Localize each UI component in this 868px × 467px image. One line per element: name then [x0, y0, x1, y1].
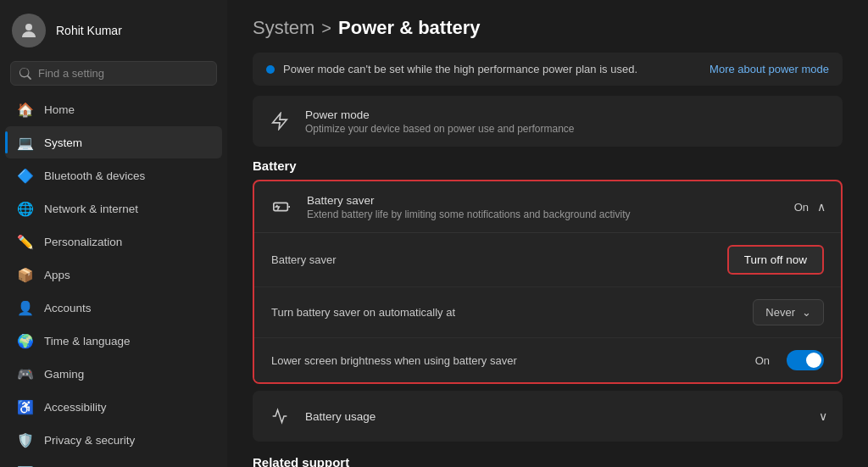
user-name: Rohit Kumar — [56, 24, 122, 37]
battery-usage-expand-button[interactable]: ∨ — [817, 408, 829, 425]
gaming-icon: 🎮 — [17, 365, 34, 382]
brightness-label: Lower screen brightness when using batte… — [271, 354, 745, 367]
info-dot-icon — [266, 65, 275, 74]
battery-saver-label: Battery saver — [271, 253, 717, 266]
sidebar-label-network: Network & internet — [44, 203, 138, 215]
power-mode-subtitle: Optimize your device based on power use … — [305, 123, 829, 135]
battery-saver-row-1: Battery saver Turn off now — [254, 233, 841, 287]
search-input[interactable] — [38, 67, 208, 80]
more-about-power-mode-link[interactable]: More about power mode — [709, 63, 829, 75]
page-title: Power & battery — [338, 17, 481, 39]
battery-saver-collapse-button[interactable]: ∧ — [815, 198, 827, 215]
sidebar-label-time: Time & language — [44, 335, 131, 347]
battery-saver-title: Battery saver — [307, 194, 782, 207]
battery-section-heading: Battery — [253, 158, 843, 173]
sidebar-label-system: System — [44, 136, 82, 149]
power-mode-icon — [266, 108, 293, 135]
sidebar-item-time[interactable]: 🌍 Time & language — [5, 325, 222, 357]
sidebar-item-accessibility[interactable]: ♿ Accessibility — [5, 391, 222, 423]
battery-saver-header[interactable]: Battery saver Extend battery life by lim… — [254, 181, 841, 233]
brightness-toggle-label: On — [755, 354, 770, 367]
user-profile[interactable]: Rohit Kumar — [0, 0, 227, 58]
related-support-heading: Related support — [253, 455, 843, 467]
info-banner-left: Power mode can't be set while the high p… — [266, 63, 637, 75]
brightness-toggle[interactable] — [787, 350, 824, 370]
battery-usage-row[interactable]: Battery usage ∨ — [253, 391, 843, 442]
chevron-down-icon: ⌄ — [802, 306, 811, 319]
info-banner-text: Power mode can't be set while the high p… — [283, 63, 637, 75]
search-box[interactable] — [10, 61, 217, 86]
sidebar-item-privacy[interactable]: 🛡️ Privacy & security — [5, 424, 222, 456]
battery-usage-label: Battery usage — [305, 410, 805, 423]
sidebar-item-system[interactable]: 💻 System — [5, 126, 222, 158]
sidebar-item-bluetooth[interactable]: 🔷 Bluetooth & devices — [5, 159, 222, 192]
privacy-icon: 🛡️ — [17, 431, 34, 448]
sidebar-label-home: Home — [44, 103, 75, 116]
battery-saver-status-text: On — [794, 201, 809, 214]
search-icon — [19, 68, 31, 80]
personalization-icon: ✏️ — [17, 233, 34, 250]
sidebar-label-gaming: Gaming — [44, 368, 84, 381]
power-mode-row[interactable]: Power mode Optimize your device based on… — [253, 96, 843, 147]
power-mode-text: Power mode Optimize your device based on… — [305, 108, 829, 135]
breadcrumb: System > Power & battery — [253, 17, 843, 39]
sidebar-item-accounts[interactable]: 👤 Accounts — [5, 292, 222, 324]
main-content: System > Power & battery Power mode can'… — [227, 0, 868, 467]
battery-saver-subtitle: Extend battery life by limiting some not… — [307, 208, 782, 220]
turn-off-now-button[interactable]: Turn off now — [727, 245, 824, 275]
auto-battery-saver-dropdown[interactable]: Never ⌄ — [753, 299, 824, 325]
svg-point-0 — [25, 24, 32, 31]
sidebar-item-personalization[interactable]: ✏️ Personalization — [5, 225, 222, 258]
battery-saver-title-area: Battery saver Extend battery life by lim… — [307, 194, 782, 220]
sidebar-label-privacy: Privacy & security — [44, 434, 135, 447]
sidebar-item-gaming[interactable]: 🎮 Gaming — [5, 358, 222, 390]
accounts-icon: 👤 — [17, 299, 34, 316]
toggle-thumb — [806, 353, 821, 368]
sidebar: Rohit Kumar 🏠 Home 💻 System 🔷 Bluetooth … — [0, 0, 227, 467]
time-icon: 🌍 — [17, 332, 34, 349]
battery-usage-icon — [266, 403, 293, 430]
sidebar-label-personalization: Personalization — [44, 236, 122, 248]
avatar — [12, 14, 46, 47]
auto-battery-saver-dropdown-value: Never — [765, 306, 795, 319]
system-icon: 💻 — [17, 134, 34, 151]
battery-saver-status: On ∧ — [794, 198, 827, 215]
sidebar-label-accounts: Accounts — [44, 302, 92, 314]
bluetooth-icon: 🔷 — [17, 167, 34, 184]
sidebar-item-apps[interactable]: 📦 Apps — [5, 259, 222, 291]
sidebar-item-network[interactable]: 🌐 Network & internet — [5, 192, 222, 225]
info-banner: Power mode can't be set while the high p… — [253, 53, 843, 86]
sidebar-label-bluetooth: Bluetooth & devices — [44, 170, 145, 182]
battery-saver-inner-rows: Battery saver Turn off now Turn battery … — [254, 233, 841, 382]
battery-saver-row-2: Turn battery saver on automatically at N… — [254, 287, 841, 338]
sidebar-item-home[interactable]: 🏠 Home — [5, 93, 222, 125]
battery-saver-card: Battery saver Extend battery life by lim… — [253, 180, 843, 384]
breadcrumb-separator: > — [321, 19, 331, 38]
power-mode-title: Power mode — [305, 108, 829, 121]
accessibility-icon: ♿ — [17, 398, 34, 415]
apps-icon: 📦 — [17, 266, 34, 283]
battery-saver-icon — [268, 193, 295, 220]
sidebar-label-apps: Apps — [44, 269, 70, 281]
network-icon: 🌐 — [17, 200, 34, 217]
breadcrumb-parent: System — [253, 17, 314, 39]
auto-battery-saver-label: Turn battery saver on automatically at — [271, 306, 743, 319]
battery-saver-row-3: Lower screen brightness when using batte… — [254, 338, 841, 382]
sidebar-label-accessibility: Accessibility — [44, 401, 107, 414]
sidebar-item-windows-update[interactable]: 🔄 Windows Update — [5, 457, 222, 467]
home-icon: 🏠 — [17, 101, 34, 118]
